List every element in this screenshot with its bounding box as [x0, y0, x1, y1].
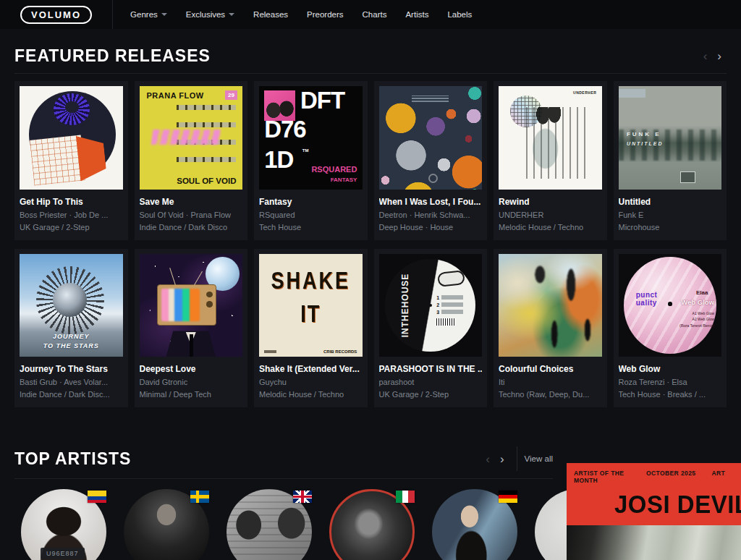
cover-text: JOURNEY TO THE STARS	[20, 332, 123, 352]
album-cover: PRANA FLOW 29 SOUL OF VOID	[140, 86, 243, 190]
release-genres[interactable]: Melodic House / Techno	[499, 223, 602, 232]
release-card[interactable]: FUNK E UNTITLED Untitled Funk E Microhou…	[614, 81, 727, 240]
release-title: Untitled	[619, 197, 722, 207]
view-all-link[interactable]: View all	[525, 454, 553, 463]
album-cover: JOURNEY TO THE STARS	[20, 254, 123, 357]
cover-badge: 29	[225, 90, 237, 100]
uk-flag-icon	[293, 491, 312, 503]
ecuador-flag-icon	[88, 491, 106, 503]
release-genres[interactable]: Melodic House / Techno	[259, 390, 363, 399]
release-genres[interactable]: Techno (Raw, Deep, Du...	[499, 390, 602, 399]
release-title: When I Was Lost, I Fou...	[379, 197, 483, 207]
release-genres[interactable]: Minimal / Deep Tech	[140, 390, 243, 399]
banner-date: OCTOBER 2025	[646, 470, 695, 484]
italy-flag-icon	[396, 491, 415, 503]
nav-item-label: Exclusives	[186, 10, 225, 19]
nav-item-label: Artists	[405, 10, 428, 19]
nav-item-labels[interactable]: Labels	[447, 10, 472, 19]
release-artists[interactable]: David Gtronic	[140, 378, 243, 386]
cover-text: SHAKE	[259, 267, 363, 295]
cover-text: A1 Web Glow A2 Web Glow (Roza Terenzi Re…	[679, 310, 714, 329]
release-card[interactable]: INTHEHOUSE 1 2 3 PARASHOOT IS IN THE ...…	[374, 249, 488, 408]
release-artists[interactable]: UNDERHER	[499, 211, 602, 219]
carousel-prev-button[interactable]: ‹	[480, 453, 495, 465]
release-artists[interactable]: parashoot	[379, 378, 483, 386]
cover-text: RSQUARED	[311, 165, 357, 174]
header-divider	[517, 446, 517, 471]
label-tag-art	[619, 89, 645, 97]
release-card[interactable]: Get Hip To This Boss Priester · Job De .…	[14, 81, 128, 240]
album-cover: punct uality Elaa Web Glow A1 Web Glow A…	[619, 254, 722, 357]
banner-tagline: ARTIST OF THE MONTH	[574, 470, 630, 484]
cover-text: INTHEHOUSE	[400, 273, 410, 337]
spiral-donut-art	[54, 93, 90, 125]
release-genres[interactable]: Deep House · House	[379, 223, 483, 232]
release-card[interactable]: UNDERHER Rewind UNDERHER Melodic House /…	[494, 81, 607, 240]
release-artists[interactable]: Basti Grub · Aves Volar...	[20, 378, 123, 386]
release-artists[interactable]: Soul Of Void · Prana Flow	[140, 211, 243, 219]
release-card[interactable]: PRANA FLOW 29 SOUL OF VOID Save Me Soul …	[135, 81, 248, 240]
release-artists[interactable]: RSquared	[259, 211, 363, 219]
release-genres[interactable]: Indie Dance / Dark Disco	[140, 223, 243, 232]
banner-artist-name: JOSI DEVIL	[574, 490, 734, 519]
volumo-logo[interactable]: VOLUMO	[20, 6, 92, 24]
release-genres[interactable]: Tech House	[259, 223, 363, 232]
carousel-next-button[interactable]: ›	[495, 453, 509, 465]
album-cover: UNDERHER	[499, 86, 602, 190]
nav-item-charts[interactable]: Charts	[363, 10, 387, 19]
cover-text: PRANA FLOW	[146, 91, 203, 100]
release-artists[interactable]: Iti	[499, 378, 602, 386]
release-card[interactable]: Colourful Choices Iti Techno (Raw, Deep,…	[494, 249, 607, 408]
carousel-prev-button[interactable]: ‹	[698, 50, 713, 62]
release-card[interactable]: Deepest Love David Gtronic Minimal / Dee…	[135, 249, 248, 408]
tracklist-art: 1 2 3	[436, 295, 463, 326]
section-title-featured-releases: FEATURED RELEASES	[14, 45, 211, 66]
nav-item-releases[interactable]: Releases	[253, 10, 288, 19]
germany-flag-icon	[499, 491, 517, 503]
release-artists[interactable]: Boss Priester · Job De ...	[20, 211, 123, 219]
status-bar-fragment: U96E887	[41, 548, 85, 559]
nav-item-preorders[interactable]: Preorders	[307, 10, 344, 19]
nav-item-label: Releases	[253, 10, 288, 19]
carousel-next-button[interactable]: ›	[712, 50, 727, 62]
catalog-text-art	[264, 350, 276, 353]
artist-avatar[interactable]	[124, 489, 209, 560]
release-card[interactable]: punct uality Elaa Web Glow A1 Web Glow A…	[614, 249, 727, 408]
release-title: Journey To The Stars	[20, 364, 123, 374]
main-nav: Genres Exclusives Releases Preorders Cha…	[130, 10, 472, 19]
release-genres[interactable]: Microhouse	[619, 223, 722, 232]
release-artists[interactable]: Funk E	[619, 211, 722, 219]
artist-of-the-month-banner[interactable]: ARTIST OF THE MONTH OCTOBER 2025 ART JOS…	[567, 463, 741, 560]
nav-item-exclusives[interactable]: Exclusives	[186, 10, 234, 19]
release-genres[interactable]: Tech House · Breaks / ...	[619, 390, 722, 399]
release-card[interactable]: DFT D76 1D TM RSQUARED FANTASY Fantasy R…	[254, 81, 368, 240]
sketch-figures-art	[526, 107, 590, 179]
artist-avatar[interactable]	[226, 489, 312, 560]
release-card[interactable]: SHAKE IT CRIB RECORDS Shake It (Extended…	[254, 249, 368, 408]
release-genres[interactable]: UK Garage / 2-Step	[20, 223, 123, 232]
album-cover: FUNK E UNTITLED	[619, 86, 722, 190]
nav-item-genres[interactable]: Genres	[130, 10, 167, 19]
nav-item-label: Genres	[130, 10, 158, 19]
release-artists[interactable]: Guychu	[259, 378, 363, 386]
nav-item-artists[interactable]: Artists	[405, 10, 428, 19]
release-artists[interactable]: Roza Terenzi · Elsa	[619, 378, 722, 386]
release-title: Deepest Love	[140, 364, 243, 374]
section-title-top-artists: TOP ARTISTS	[14, 447, 131, 468]
release-artists[interactable]: Deetron · Henrik Schwa...	[379, 211, 483, 219]
cover-text: punct uality	[636, 292, 658, 307]
cover-text: CRIB RECORDS	[323, 349, 357, 354]
artist-avatar[interactable]	[432, 489, 517, 560]
release-genres[interactable]: Indie Dance / Dark Disc...	[20, 390, 123, 399]
album-cover	[20, 86, 123, 190]
release-genres[interactable]: UK Garage / 2-Step	[379, 390, 483, 399]
artist-avatar[interactable]	[329, 489, 415, 560]
cover-text: IT	[259, 300, 363, 328]
release-card[interactable]: JOURNEY TO THE STARS Journey To The Star…	[14, 249, 128, 408]
cover-text: Elaa	[696, 289, 708, 296]
release-title: PARASHOOT IS IN THE ...	[379, 364, 483, 374]
release-card[interactable]: When I Was Lost, I Fou... Deetron · Henr…	[374, 81, 488, 240]
release-title: Shake It (Extended Ver...	[259, 364, 363, 374]
barcode-art	[436, 318, 455, 326]
featured-releases-section: FEATURED RELEASES ‹ › Get Hip To This Bo…	[0, 46, 741, 407]
